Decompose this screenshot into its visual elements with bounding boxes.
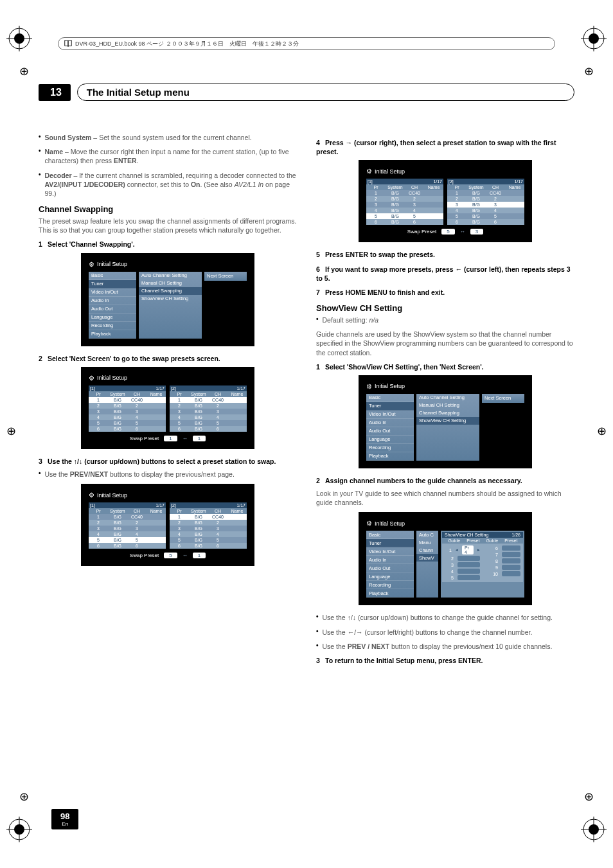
table-row[interactable]: 2B/G2 xyxy=(170,520,247,526)
table-row[interactable]: 3B/G3 xyxy=(447,202,524,208)
menu-item[interactable]: ShowV xyxy=(416,554,438,562)
table-row[interactable]: 4B/G4 xyxy=(170,531,247,537)
chapter-bar: 13 The Initial Setup menu xyxy=(39,84,574,101)
sidebar-item[interactable]: Audio In xyxy=(89,297,136,305)
sidebar-item[interactable]: Audio Out xyxy=(366,564,414,572)
sv-row[interactable]: 5 xyxy=(445,574,480,581)
sidebar-item[interactable]: Tuner xyxy=(366,539,414,547)
sidebar-item[interactable]: Playback xyxy=(366,452,414,461)
sidebar-item[interactable]: Audio In xyxy=(366,556,414,564)
panel-title: Initial Setup xyxy=(366,168,524,175)
table-row[interactable]: 4B/G4 xyxy=(89,414,166,420)
sidebar-item[interactable]: Playback xyxy=(366,589,414,598)
right-column: 4Press → (cursor right), then select a p… xyxy=(316,133,574,669)
table-row[interactable]: 5B/G5 xyxy=(89,420,166,426)
table-row[interactable]: 5B/G5 xyxy=(89,537,166,543)
sidebar-item[interactable]: Video In/Out xyxy=(89,288,136,297)
sv-row[interactable]: 9 xyxy=(489,564,520,571)
sv-row[interactable]: 4 xyxy=(445,568,480,574)
table-row[interactable]: 6B/G6 xyxy=(170,543,247,549)
table-row[interactable]: 6B/G6 xyxy=(447,219,524,225)
table-row[interactable]: 3B/G3 xyxy=(170,409,247,414)
heading-showview: ShowView CH Setting xyxy=(316,303,574,313)
table-row[interactable]: 2B/G2 xyxy=(170,403,247,409)
registration-mark-icon xyxy=(581,817,607,842)
sidebar-item[interactable]: Basic xyxy=(89,272,136,280)
table-row[interactable]: 1B/GCC40 xyxy=(170,514,247,520)
sv-row[interactable]: 10 xyxy=(489,571,520,577)
table-row[interactable]: 4B/G4 xyxy=(366,208,443,213)
sidebar-item[interactable]: Audio Out xyxy=(366,427,414,436)
menu-item[interactable]: ShowView CH Setting xyxy=(416,417,479,425)
menu-item[interactable]: Auto Channel Setting xyxy=(416,394,479,402)
sv-row[interactable]: 6 xyxy=(489,545,520,551)
sv-row[interactable]: 3 xyxy=(445,562,480,568)
menu-item[interactable]: Chann xyxy=(416,546,438,554)
arrow-left-icon: ← xyxy=(348,628,355,636)
crop-mark-icon: ⊕ xyxy=(597,424,607,438)
sidebar-item[interactable]: Video In/Out xyxy=(366,411,414,419)
chevron-left-icon: ◂ xyxy=(456,547,458,553)
swap-preset-line: Swap Preset 5 ↔ 1 xyxy=(89,553,247,558)
arrow-right-icon: → xyxy=(356,628,363,636)
sidebar-item[interactable]: Tuner xyxy=(89,280,136,288)
sv-row[interactable]: 7 xyxy=(489,551,520,558)
table-row[interactable]: 3B/G3 xyxy=(366,202,443,208)
menu-item[interactable]: Auto Channel Setting xyxy=(139,272,202,279)
sidebar-item[interactable]: Language xyxy=(366,436,414,444)
table-row[interactable]: 4B/G4 xyxy=(89,531,166,537)
table-row[interactable]: 4B/G4 xyxy=(447,208,524,213)
sv-row[interactable]: 2 xyxy=(445,555,480,562)
sidebar-item[interactable]: Recording xyxy=(89,322,136,330)
step-7: 7Press HOME MENU to finish and exit. xyxy=(316,288,574,297)
sidebar-item[interactable]: Audio Out xyxy=(89,305,136,314)
menu-item[interactable]: Channel Swapping xyxy=(139,287,202,295)
next-screen[interactable]: Next Screen xyxy=(204,272,247,281)
sidebar-item[interactable]: Playback xyxy=(89,330,136,339)
sidebar-item[interactable]: Video In/Out xyxy=(366,547,414,556)
table-row[interactable]: 5B/G5 xyxy=(170,537,247,543)
table-row[interactable]: 1B/GCC40 xyxy=(366,190,443,196)
sidebar-item[interactable]: Basic xyxy=(366,531,414,539)
menu-item[interactable]: Manual CH Setting xyxy=(139,279,202,287)
sidebar-item[interactable]: Language xyxy=(366,572,414,581)
sv-row[interactable]: 1 ◂Pr 4▸ xyxy=(445,545,480,555)
doc-header-text: DVR-03_HDD_EU.book 98 ページ ２００３年９月１６日 火曜日… xyxy=(75,40,299,48)
sidebar-item[interactable]: Tuner xyxy=(366,402,414,411)
next-screen[interactable]: Next Screen xyxy=(482,394,524,403)
sv-row[interactable]: 8 xyxy=(489,558,520,564)
menu-item[interactable]: Channel Swapping xyxy=(416,409,479,417)
table-row[interactable]: 5B/G5 xyxy=(366,213,443,219)
table-row[interactable]: 6B/G6 xyxy=(89,543,166,549)
table-row[interactable]: 2B/G2 xyxy=(447,196,524,202)
menu-item[interactable]: ShowView CH Setting xyxy=(139,295,202,303)
table-row[interactable]: 6B/G6 xyxy=(366,219,443,225)
sv-bullet-2: Use the ←/→ (cursor left/right) buttons … xyxy=(316,628,574,637)
table-row[interactable]: 4B/G4 xyxy=(170,414,247,420)
table-row[interactable]: 1B/GCC40 xyxy=(447,190,524,196)
table-row[interactable]: 6B/G6 xyxy=(170,426,247,432)
sv-step-2: 2Assign channel numbers to the guide cha… xyxy=(316,476,574,485)
table-row[interactable]: 5B/G5 xyxy=(447,213,524,219)
sidebar-item[interactable]: Recording xyxy=(366,444,414,452)
sidebar-item[interactable]: Basic xyxy=(366,394,414,402)
table-row[interactable]: 1B/GCC40 xyxy=(89,397,166,403)
table-row[interactable]: 2B/G2 xyxy=(366,196,443,202)
table-row[interactable]: 3B/G3 xyxy=(89,526,166,531)
sidebar-item[interactable]: Audio In xyxy=(366,419,414,427)
sidebar-item[interactable]: Language xyxy=(89,314,136,322)
arrow-right-icon: → xyxy=(346,139,353,146)
table-row[interactable]: 3B/G3 xyxy=(170,526,247,531)
table-row[interactable]: 3B/G3 xyxy=(89,409,166,414)
table-row[interactable]: 5B/G5 xyxy=(170,420,247,426)
table-row[interactable]: 1B/GCC40 xyxy=(89,514,166,520)
menu-item[interactable]: Auto C xyxy=(416,531,438,538)
menu-item[interactable]: Manu xyxy=(416,538,438,546)
bullet-sound-system: Sound System – Set the sound system used… xyxy=(39,133,297,142)
menu-item[interactable]: Manual CH Setting xyxy=(416,402,479,409)
table-row[interactable]: 1B/GCC40 xyxy=(170,397,247,403)
sidebar-item[interactable]: Recording xyxy=(366,581,414,589)
table-row[interactable]: 6B/G6 xyxy=(89,426,166,432)
table-row[interactable]: 2B/G2 xyxy=(89,403,166,409)
table-row[interactable]: 2B/G2 xyxy=(89,520,166,526)
